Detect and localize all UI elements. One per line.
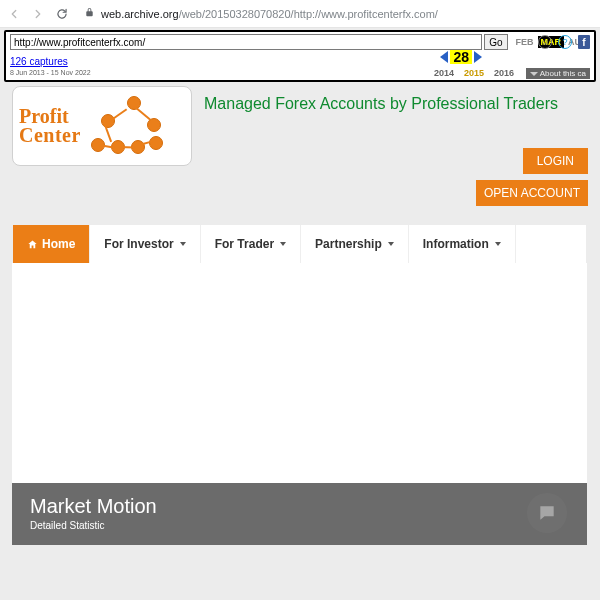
wayback-user-icon[interactable]: ☺ [538,35,552,49]
snapshot-day: 28 [450,50,472,64]
market-title: Market Motion [30,495,569,518]
auth-buttons: LOGIN OPEN ACCOUNT [476,148,588,206]
wayback-about-toggle[interactable]: About this ca [526,68,590,79]
capture-date-range: 8 Jun 2013 - 15 Nov 2022 [10,69,91,76]
chevron-down-icon [180,242,186,246]
wayback-url-input[interactable] [10,34,482,50]
hero-area [12,263,587,483]
lock-icon [84,7,95,20]
next-year-label[interactable]: 2016 [494,68,514,78]
main-nav: Home For Investor For Trader Partnership… [12,224,587,263]
prev-month-label[interactable]: FEB [514,37,536,47]
prev-year-label[interactable]: 2014 [434,68,454,78]
current-year-label: 2015 [464,68,484,78]
captures-link[interactable]: 126 captures [10,56,68,67]
wayback-help-icon[interactable]: ? [558,35,572,49]
browser-toolbar: web.archive.org/web/20150328070820/http:… [0,0,600,28]
prev-snapshot-icon[interactable] [440,51,448,63]
next-snapshot-icon[interactable] [474,51,482,63]
nav-partnership[interactable]: Partnership [301,225,409,263]
login-button[interactable]: LOGIN [523,148,588,174]
logo-text: Profit Center [19,107,81,145]
chevron-down-icon [280,242,286,246]
facebook-icon[interactable]: f [578,35,590,49]
nav-for-trader[interactable]: For Trader [201,225,301,263]
forward-button[interactable] [30,6,46,22]
logo-graphic-icon [87,94,159,158]
chevron-down-icon [530,72,538,76]
wayback-toolbar: Go FEB MAR AUG 28 126 captures 8 Jun 201… [4,30,596,82]
chat-icon[interactable] [527,493,567,533]
page-body: Profit Center Managed Forex Accounts by … [12,82,587,545]
tagline: Managed Forex Accounts by Professional T… [204,86,587,117]
market-subtitle: Detailed Statistic [30,520,569,531]
chevron-down-icon [388,242,394,246]
market-motion-panel: Market Motion Detailed Statistic [12,483,587,545]
url-text: web.archive.org/web/20150328070820/http:… [101,8,438,20]
chevron-down-icon [495,242,501,246]
open-account-button[interactable]: OPEN ACCOUNT [476,180,588,206]
logo[interactable]: Profit Center [12,86,192,166]
nav-for-investor[interactable]: For Investor [90,225,200,263]
reload-button[interactable] [54,6,70,22]
home-icon [27,239,38,250]
nav-information[interactable]: Information [409,225,516,263]
nav-home[interactable]: Home [13,225,90,263]
wayback-go-button[interactable]: Go [484,34,507,50]
back-button[interactable] [6,6,22,22]
address-bar[interactable]: web.archive.org/web/20150328070820/http:… [78,3,594,25]
